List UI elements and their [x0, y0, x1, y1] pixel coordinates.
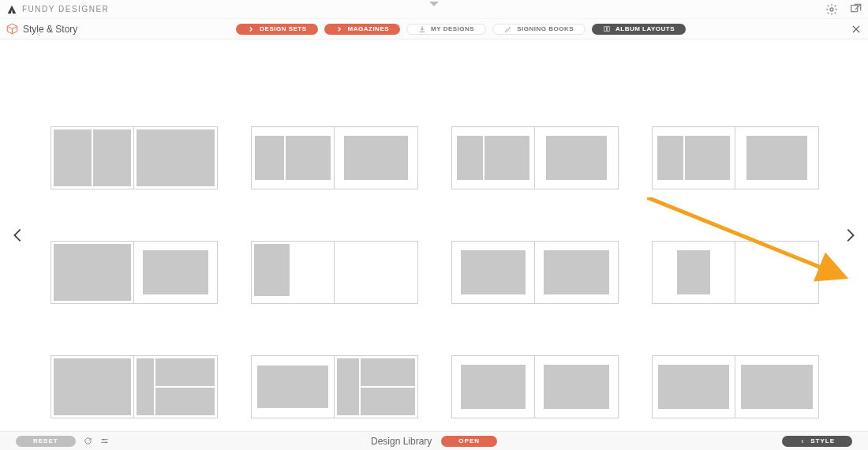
chevron-right-icon	[247, 25, 255, 33]
tab-label: MY DESIGNS	[431, 25, 474, 32]
tab-design-sets[interactable]: DESIGN SETS	[236, 24, 317, 35]
page-left	[653, 127, 735, 189]
app-title: FUNDY DESIGNER	[22, 5, 109, 13]
tab-label: DESIGN SETS	[260, 25, 306, 32]
svg-point-6	[105, 441, 107, 443]
page-right	[735, 242, 818, 303]
page-left	[252, 127, 335, 189]
page-right	[335, 242, 417, 303]
page-left	[51, 127, 134, 189]
style-button[interactable]: STYLE	[782, 436, 852, 447]
bottom-tool-icons	[84, 437, 109, 445]
chevron-right-icon	[335, 25, 343, 33]
svg-point-0	[830, 8, 833, 11]
close-icon[interactable]	[851, 24, 862, 35]
package-icon	[6, 23, 18, 35]
reset-button[interactable]: RESET	[16, 436, 76, 447]
layout-option[interactable]	[652, 355, 819, 418]
bottom-right: STYLE	[782, 436, 852, 447]
settings-icon[interactable]	[825, 3, 838, 16]
book-icon	[603, 25, 611, 33]
page-left	[252, 242, 335, 303]
page-right	[335, 356, 417, 418]
section-label: Style & Story	[23, 24, 77, 35]
refresh-icon[interactable]	[84, 437, 92, 445]
button-label: RESET	[33, 437, 58, 444]
page-left	[653, 242, 735, 303]
download-icon	[418, 25, 426, 33]
layout-option[interactable]	[451, 241, 619, 304]
pen-icon	[504, 25, 512, 33]
collapse-pin-icon[interactable]	[429, 2, 439, 6]
page-left	[51, 356, 134, 418]
bottom-bar: RESET Design Library OPEN STYLE	[0, 431, 868, 450]
layouts-canvas	[0, 39, 868, 431]
page-right	[134, 242, 217, 303]
layout-option[interactable]	[451, 355, 619, 418]
toolbar-tabs: DESIGN SETS MAGAZINES MY DESIGNS SIGNING…	[236, 24, 686, 35]
button-label: OPEN	[458, 437, 480, 444]
layout-option[interactable]	[51, 241, 218, 304]
section-toolbar: Style & Story DESIGN SETS MAGAZINES MY D…	[0, 19, 868, 39]
page-left	[252, 356, 335, 418]
page-right	[134, 356, 217, 418]
tab-label: SIGNING BOOKS	[517, 25, 574, 32]
page-right	[535, 127, 618, 189]
page-left	[452, 356, 535, 418]
app-logo-icon	[6, 4, 17, 15]
page-right	[134, 127, 217, 189]
options-icon[interactable]	[100, 437, 109, 445]
chevron-left-small-icon	[799, 438, 806, 444]
page-right	[735, 127, 818, 189]
tab-label: MAGAZINES	[348, 25, 390, 32]
open-button[interactable]: OPEN	[441, 436, 497, 447]
layout-grid	[51, 126, 817, 418]
titlebar-right-controls	[825, 3, 862, 16]
layout-option[interactable]	[51, 355, 218, 418]
layout-option[interactable]	[251, 241, 418, 304]
nav-next[interactable]	[841, 227, 859, 244]
page-right	[335, 127, 417, 189]
page-left	[452, 242, 535, 303]
layout-option[interactable]	[51, 126, 218, 189]
tab-signing-books[interactable]: SIGNING BOOKS	[492, 24, 586, 35]
design-library-label: Design Library	[371, 436, 432, 447]
tab-album-layouts[interactable]: ALBUM LAYOUTS	[592, 24, 686, 35]
svg-point-5	[103, 439, 104, 441]
toolbar-left: Style & Story	[6, 23, 77, 35]
layout-option[interactable]	[451, 126, 619, 189]
layout-option[interactable]	[652, 126, 819, 189]
page-right	[535, 242, 618, 303]
tab-label: ALBUM LAYOUTS	[615, 25, 675, 32]
title-bar: FUNDY DESIGNER	[0, 0, 868, 19]
bottom-center: Design Library OPEN	[371, 436, 497, 447]
tab-magazines[interactable]: MAGAZINES	[324, 24, 401, 35]
page-right	[735, 356, 818, 418]
page-left	[452, 127, 535, 189]
page-right	[535, 356, 618, 418]
page-left	[653, 356, 735, 418]
layout-option[interactable]	[652, 241, 819, 304]
open-external-icon[interactable]	[849, 3, 862, 16]
button-label: STYLE	[810, 437, 835, 444]
nav-previous[interactable]	[9, 227, 27, 244]
tab-my-designs[interactable]: MY DESIGNS	[406, 24, 486, 35]
layout-option[interactable]	[251, 126, 418, 189]
page-left	[51, 242, 134, 303]
layout-option[interactable]	[251, 355, 418, 418]
